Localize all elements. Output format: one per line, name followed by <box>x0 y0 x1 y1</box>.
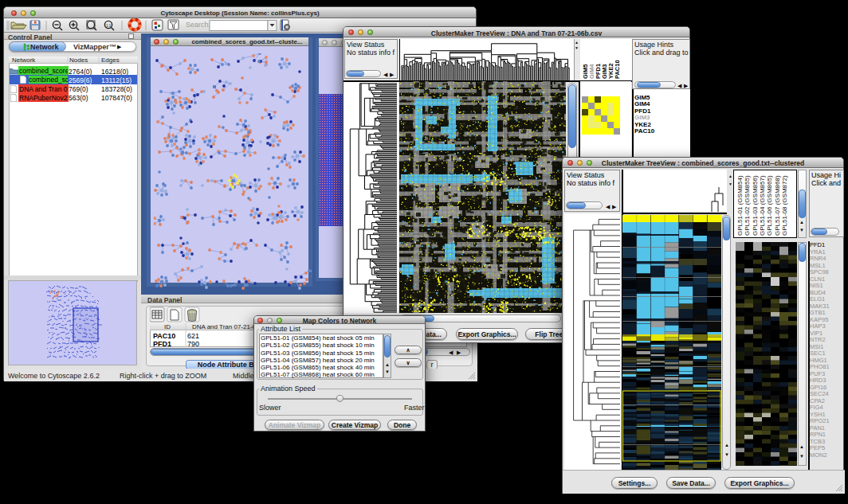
svg-text:1:1: 1:1 <box>106 24 112 28</box>
svg-text:Search:: Search: <box>186 21 210 29</box>
